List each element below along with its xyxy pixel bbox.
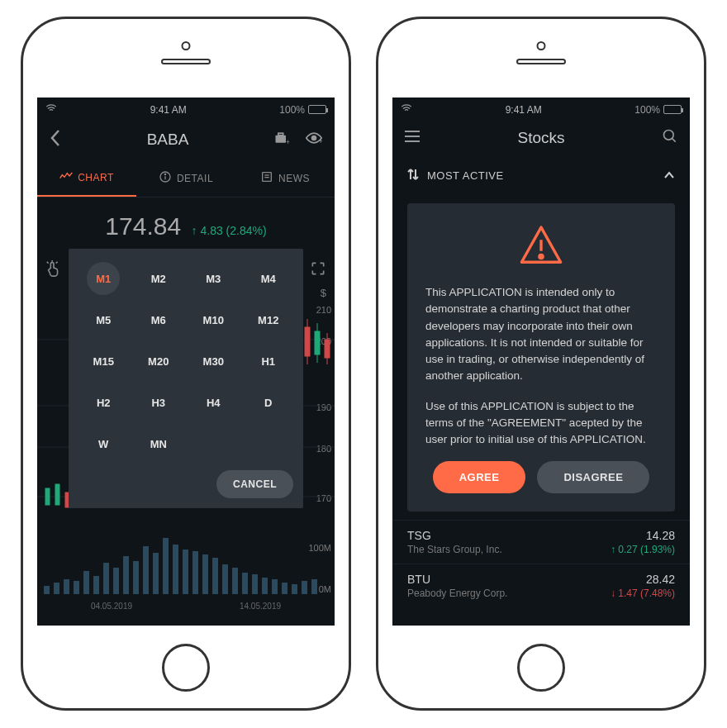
eye-add-icon[interactable]: + [305, 130, 323, 150]
svg-rect-34 [93, 576, 99, 594]
sort-icon [407, 168, 419, 183]
svg-point-7 [164, 174, 165, 174]
svg-rect-35 [103, 563, 109, 594]
tab-detail[interactable]: DETAIL [136, 159, 235, 197]
wifi-icon [45, 102, 57, 117]
svg-rect-41 [163, 538, 169, 594]
svg-rect-56 [311, 579, 317, 594]
svg-rect-32 [74, 581, 79, 594]
svg-rect-55 [302, 581, 307, 594]
svg-rect-42 [173, 545, 178, 594]
svg-rect-38 [133, 561, 139, 594]
svg-rect-48 [232, 568, 238, 594]
tab-news[interactable]: NEWS [235, 159, 335, 197]
svg-rect-0 [275, 136, 286, 143]
timeframe-h2[interactable]: H2 [78, 384, 129, 421]
svg-rect-30 [54, 583, 59, 594]
touch-tool-icon[interactable] [42, 257, 65, 280]
timeframe-m30[interactable]: M30 [188, 343, 239, 379]
timeframe-mn[interactable]: MN [134, 426, 184, 462]
timeframe-w[interactable]: W [78, 426, 129, 462]
svg-rect-39 [143, 546, 149, 594]
stock-row[interactable]: BTU28.42Peabody Energy Corp.↓ 1.47 (7.48… [392, 564, 690, 607]
back-button[interactable] [49, 128, 62, 151]
svg-point-60 [664, 131, 674, 140]
timeframe-m4[interactable]: M4 [244, 260, 294, 297]
timeframe-m20[interactable]: M20 [134, 343, 184, 379]
svg-rect-51 [262, 578, 268, 594]
battery-percent: 100% [634, 104, 660, 116]
status-time: 9:41 AM [150, 104, 187, 116]
nav-bar: Stocks [392, 121, 690, 156]
svg-point-63 [539, 255, 543, 258]
stock-change: ↓ 1.47 (7.48%) [611, 588, 675, 599]
status-bar: 9:41 AM 100% [37, 98, 335, 121]
svg-rect-43 [183, 550, 188, 594]
section-title: MOST ACTIVE [427, 169, 504, 182]
svg-text:+: + [319, 137, 323, 145]
svg-rect-36 [113, 568, 119, 594]
home-button[interactable] [162, 644, 210, 692]
disagree-button[interactable]: DISAGREE [537, 461, 649, 493]
battery-percent: 100% [279, 104, 305, 116]
timeframe-h1[interactable]: H1 [244, 343, 294, 379]
battery-icon [308, 105, 326, 114]
timeframe-d[interactable]: D [244, 384, 294, 421]
svg-rect-25 [45, 488, 50, 505]
svg-rect-53 [282, 583, 287, 594]
svg-rect-49 [242, 573, 248, 594]
timeframe-h3[interactable]: H3 [134, 384, 184, 421]
price-change: ↑ 4.83 (2.84%) [192, 224, 267, 237]
status-time: 9:41 AM [506, 104, 542, 116]
news-icon [260, 170, 273, 186]
timeframe-m10[interactable]: M10 [188, 302, 239, 338]
tab-chart[interactable]: CHART [37, 159, 136, 197]
stock-change: ↑ 0.27 (1.93%) [611, 544, 675, 555]
stock-name: Peabody Energy Corp. [407, 588, 507, 599]
svg-rect-26 [55, 484, 59, 505]
wifi-icon [401, 102, 412, 117]
svg-point-3 [311, 136, 316, 140]
info-icon [159, 170, 172, 186]
section-header[interactable]: MOST ACTIVE [392, 156, 690, 195]
timeframe-m1[interactable]: M1 [87, 262, 120, 295]
status-bar: 9:41 AM 100% [392, 98, 690, 121]
cancel-button[interactable]: CANCEL [216, 470, 293, 498]
svg-rect-54 [292, 584, 297, 594]
timeframe-m6[interactable]: M6 [134, 302, 184, 338]
stock-name: The Stars Group, Inc. [407, 544, 502, 555]
timeframe-m2[interactable]: M2 [134, 260, 184, 297]
stock-price: 14.28 [646, 529, 675, 542]
tabs: CHART DETAIL NEWS [37, 159, 335, 197]
phone-frame-left: 9:41 AM 100% BABA + + [21, 17, 351, 711]
currency-label: $ [321, 287, 326, 299]
svg-rect-52 [272, 579, 278, 594]
nav-bar: BABA + + [37, 121, 335, 159]
svg-rect-31 [64, 579, 69, 594]
svg-rect-47 [222, 564, 228, 594]
phone-speaker [516, 59, 566, 64]
search-icon[interactable] [662, 128, 678, 148]
page-title: BABA [147, 131, 189, 149]
chart-area: $ 210 200 190 180 170 100M 0M [37, 249, 335, 612]
timeframe-m3[interactable]: M3 [188, 260, 239, 297]
home-button[interactable] [517, 644, 565, 692]
phone-frame-right: 9:41 AM 100% Stocks [376, 17, 706, 711]
tab-chart-label: CHART [78, 172, 114, 183]
svg-rect-46 [212, 558, 218, 594]
svg-text:+: + [286, 138, 290, 146]
timeframe-h4[interactable]: H4 [188, 384, 239, 421]
menu-icon[interactable] [404, 130, 421, 146]
stock-symbol: BTU [407, 573, 430, 586]
agree-button[interactable]: AGREE [433, 461, 526, 493]
warning-icon [425, 223, 657, 271]
timeframe-m12[interactable]: M12 [244, 302, 294, 338]
stock-row[interactable]: TSG14.28The Stars Group, Inc.↑ 0.27 (1.9… [392, 520, 690, 564]
x-label: 14.05.2019 [240, 602, 281, 611]
expand-icon[interactable] [306, 257, 330, 280]
timeframe-m5[interactable]: M5 [78, 302, 129, 338]
timeframe-m15[interactable]: M15 [78, 343, 129, 379]
stock-symbol: TSG [407, 529, 431, 542]
briefcase-add-icon[interactable]: + [273, 130, 290, 150]
volume-chart [37, 521, 335, 596]
